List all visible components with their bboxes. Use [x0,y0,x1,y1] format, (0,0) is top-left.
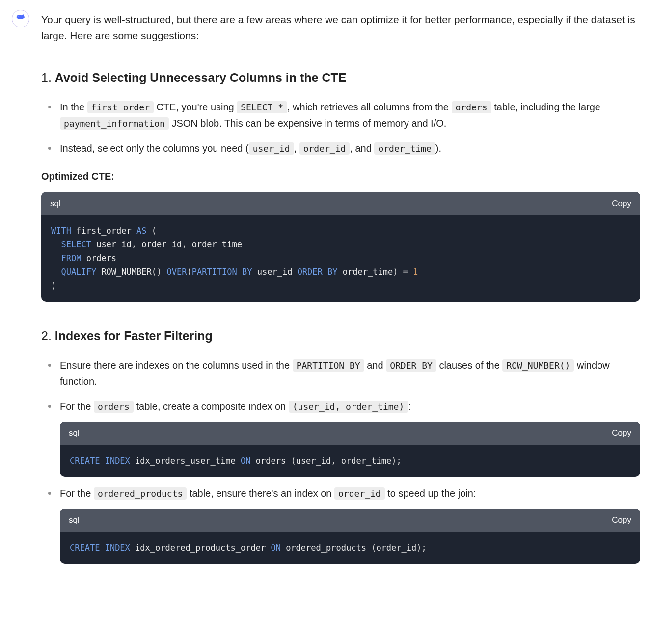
list-item: For the ordered_products table, ensure t… [48,485,640,564]
svg-point-0 [19,16,20,17]
inline-code: order_id [334,487,385,500]
inline-code: user_id [249,142,294,155]
list-item: For the orders table, create a composite… [48,399,640,477]
list-item: In the first_order CTE, you're using SEL… [48,99,640,132]
optimized-cte-subheading: Optimized CTE: [41,168,640,184]
copy-button[interactable]: Copy [612,513,631,527]
inline-code: ordered_products [94,487,187,500]
code-language-label: sql [69,513,80,527]
inline-code: orders [452,101,491,113]
code-content[interactable]: CREATE INDEX idx_orders_user_time ON ord… [60,445,640,477]
list-item: Ensure there are indexes on the columns … [48,357,640,390]
inline-code: orders [94,401,134,413]
inline-code: ROW_NUMBER() [502,359,574,372]
section-1-heading: 1. Avoid Selecting Unnecessary Columns i… [41,68,640,87]
section-2-heading: 2. Indexes for Faster Filtering [41,326,640,346]
code-block-index-ordered-products: sql Copy CREATE INDEX idx_ordered_produc… [60,509,640,564]
assistant-avatar [12,10,29,27]
whale-icon [15,11,26,27]
inline-code: PARTITION BY [293,359,364,372]
inline-code: ORDER BY [386,359,436,372]
copy-button[interactable]: Copy [612,197,631,210]
code-content[interactable]: WITH first_order AS ( SELECT user_id, or… [41,215,640,301]
code-language-label: sql [50,197,61,210]
inline-code: (user_id, order_time) [289,401,408,413]
inline-code: payment_information [60,117,169,130]
code-block-index-orders: sql Copy CREATE INDEX idx_orders_user_ti… [60,422,640,477]
divider [41,311,640,311]
inline-code: order_time [374,142,435,155]
inline-code: first_order [87,101,154,113]
copy-button[interactable]: Copy [612,427,631,440]
inline-code: order_id [299,142,350,155]
divider [41,53,640,53]
code-content[interactable]: CREATE INDEX idx_ordered_products_order … [60,532,640,564]
list-item: Instead, select only the columns you nee… [48,140,640,157]
code-language-label: sql [69,427,80,440]
inline-code: SELECT * [237,101,287,113]
code-block-cte: sql Copy WITH first_order AS ( SELECT us… [41,192,640,301]
intro-paragraph: Your query is well-structured, but there… [41,12,640,44]
